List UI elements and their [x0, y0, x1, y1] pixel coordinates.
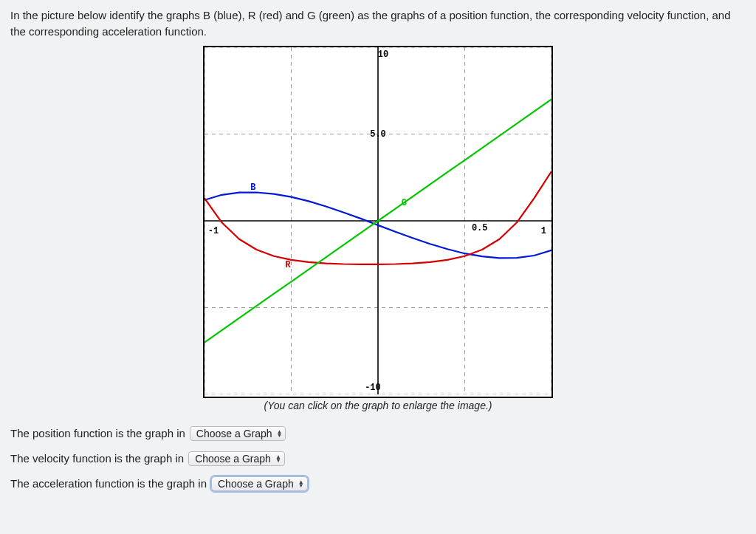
chart-caption: (You can click on the graph to enlarge t…	[10, 400, 746, 411]
svg-text:1: 1	[541, 226, 546, 236]
position-select[interactable]: Choose a Graph ▲▼	[190, 426, 286, 441]
chart-plot[interactable]: BRG110-10.55.0-10	[203, 46, 553, 398]
answer-section: The position function is the graph in Ch…	[10, 426, 746, 491]
dropdown-arrows-icon: ▲▼	[275, 455, 281, 462]
acceleration-select-value: Choose a Graph	[218, 478, 294, 490]
svg-text:B: B	[250, 182, 255, 192]
svg-text:0.5: 0.5	[472, 222, 488, 233]
velocity-select-value: Choose a Graph	[195, 453, 271, 465]
velocity-answer-line: The velocity function is the graph in Ch…	[10, 451, 746, 466]
svg-text:G: G	[402, 197, 407, 208]
svg-text:5.0: 5.0	[370, 129, 386, 139]
position-label: The position function is the graph in	[10, 427, 185, 439]
acceleration-answer-line: The acceleration function is the graph i…	[10, 476, 746, 491]
dropdown-arrows-icon: ▲▼	[277, 430, 283, 437]
velocity-label: The velocity function is the graph in	[10, 452, 184, 465]
position-answer-line: The position function is the graph in Ch…	[10, 426, 746, 441]
position-select-value: Choose a Graph	[196, 428, 272, 439]
acceleration-label: The acceleration function is the graph i…	[10, 477, 207, 490]
svg-text:10: 10	[378, 49, 388, 59]
svg-text:R: R	[285, 260, 291, 270]
svg-text:-10: -10	[365, 382, 381, 392]
chart-svg: BRG110-10.55.0-10	[205, 47, 551, 394]
svg-text:-1: -1	[208, 226, 219, 236]
question-prompt: In the picture below identify the graphs…	[10, 7, 746, 40]
velocity-select[interactable]: Choose a Graph ▲▼	[188, 451, 285, 466]
dropdown-arrows-icon: ▲▼	[298, 480, 304, 487]
acceleration-select[interactable]: Choose a Graph ▲▼	[211, 476, 308, 491]
